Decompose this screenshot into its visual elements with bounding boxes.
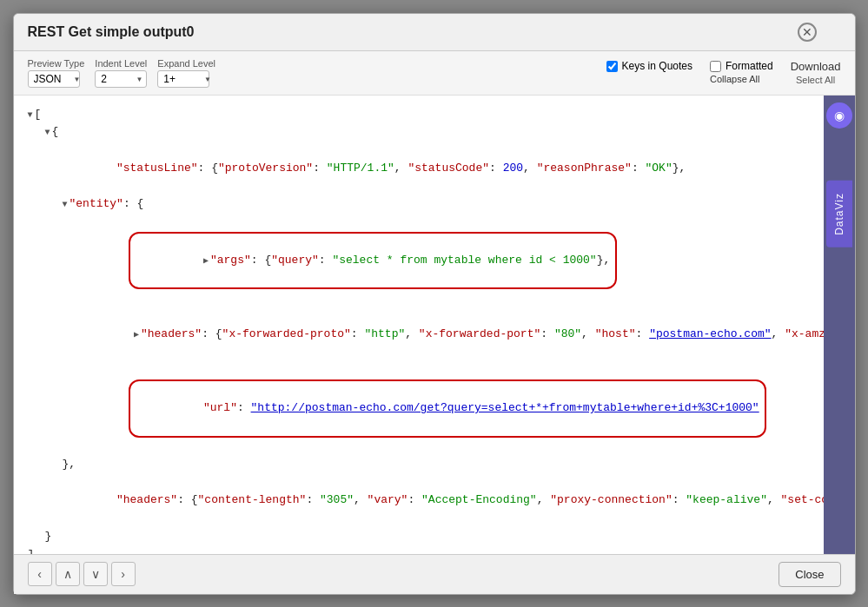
json-line: ▼"entity": { [63,195,810,214]
download-group: Download Select All [791,60,841,85]
collapse-all-button[interactable]: Collapse All [710,74,759,84]
dataviz-icon: ◉ [826,102,852,129]
preview-type-label: Preview Type [28,58,85,69]
triangle-icon[interactable]: ▼ [45,126,50,140]
triangle-icon[interactable]: ▶ [134,328,139,342]
nav-prev-button[interactable]: ∧ [56,562,80,586]
indent-level-group: Indent Level 2 [95,58,147,88]
expand-level-select[interactable]: 1+ [157,70,209,88]
json-line-args: ▶"args": {"query": "select * from mytabl… [80,214,810,307]
toolbar: Preview Type JSON Indent Level 2 Expand … [14,51,855,96]
nav-buttons: ‹ ∧ ∨ › [28,562,136,586]
keys-in-quotes-label: Keys in Quotes [622,60,692,72]
preview-type-select[interactable]: JSON [28,70,80,88]
nav-next-button[interactable]: ∨ [83,562,108,586]
download-button[interactable]: Download [791,60,841,73]
nav-prev-prev-button[interactable]: ‹ [28,562,52,586]
json-line: "headers": {"content-length": "305", "va… [63,473,810,527]
triangle-icon[interactable]: ▶ [203,254,209,268]
json-viewer[interactable]: ▼[ ▼{ "statusLine": {"protoVersion": "HT… [14,96,824,554]
keys-in-quotes-group: Keys in Quotes [606,60,692,72]
formatted-group: Formatted [710,60,773,72]
json-line: }, [63,456,810,474]
dialog-title: REST Get simple output0 [28,24,195,40]
json-line: ] [28,546,810,554]
footer: ‹ ∧ ∨ › Close [14,554,855,594]
highlighted-url-row: "url": "http://postman-echo.com/get?quer… [129,379,766,437]
keys-in-quotes-checkbox[interactable] [606,61,618,72]
highlighted-args-row: ▶"args": {"query": "select * from mytabl… [129,232,617,289]
json-line: } [45,528,810,546]
indent-level-label: Indent Level [95,58,147,69]
triangle-icon[interactable]: ▼ [63,198,68,212]
title-bar: REST Get simple output0 ✕ [14,14,855,51]
dialog: REST Get simple output0 ✕ Preview Type J… [13,13,856,595]
select-all-button[interactable]: Select All [796,75,835,85]
preview-type-select-wrap: JSON [28,70,85,88]
formatted-label: Formatted [726,60,773,72]
formatted-checkbox[interactable] [710,61,721,72]
content-area: ▼[ ▼{ "statusLine": {"protoVersion": "HT… [14,96,855,554]
json-line: ▶"headers": {"x-forwarded-proto": "http"… [80,307,810,361]
nav-next-next-button[interactable]: › [111,562,136,586]
expand-level-label: Expand Level [157,58,215,69]
dataviz-tab[interactable]: DataViz [826,181,852,247]
url-link[interactable]: "http://postman-echo.com/get?query=selec… [251,401,759,414]
json-line: "statusLine": {"protoVersion": "HTTP/1.1… [63,142,810,195]
triangle-icon[interactable]: ▼ [28,109,33,122]
close-footer-button[interactable]: Close [779,562,840,587]
indent-level-select[interactable]: 2 [95,70,147,88]
json-line-url: "url": "http://postman-echo.com/get?quer… [80,362,810,456]
json-line: ▼[ [28,106,810,124]
toolbar-right: Keys in Quotes Formatted Collapse All Do… [606,60,841,85]
host-link[interactable]: "postman-echo.com" [649,327,771,340]
side-panel: ◉ DataViz [824,96,855,554]
preview-type-group: Preview Type JSON [28,58,85,88]
expand-level-group: Expand Level 1+ [157,58,215,88]
json-line: ▼{ [45,123,810,142]
close-button[interactable]: ✕ [798,23,817,42]
expand-level-select-wrap: 1+ [157,70,215,88]
indent-level-select-wrap: 2 [95,70,147,88]
